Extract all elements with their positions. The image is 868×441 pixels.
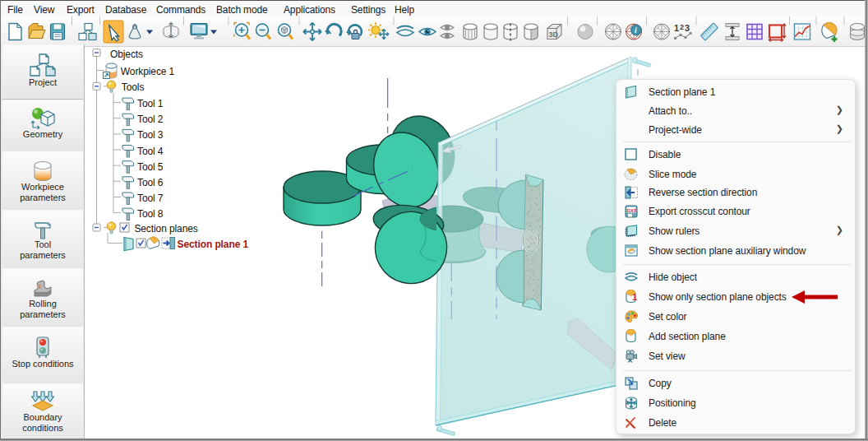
svg-text:1: 1 [674,23,679,33]
svg-text:DXF: DXF [627,207,638,213]
svg-text:2: 2 [680,23,684,31]
svg-text:i: i [635,26,637,35]
svg-text:3: 3 [685,23,690,33]
svg-text:3D: 3D [549,30,559,39]
svg-text:1: 1 [632,292,637,302]
